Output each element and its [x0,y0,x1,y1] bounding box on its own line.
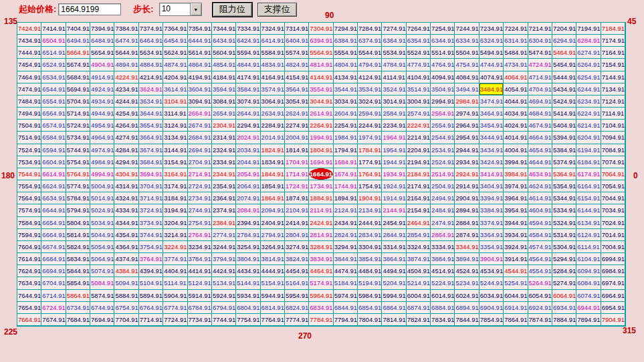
grid-cell[interactable]: 7484.91 [17,96,41,108]
grid-cell[interactable]: 7044.91 [601,192,625,204]
grid-cell[interactable]: 5604.91 [212,47,236,59]
grid-cell[interactable]: 4044.91 [504,96,528,108]
grid-cell[interactable]: 2434.91 [334,217,358,229]
grid-cell[interactable]: 5474.91 [528,47,552,59]
grid-cell[interactable]: 1884.91 [309,192,333,204]
grid-cell[interactable]: 5094.91 [114,277,138,289]
grid-cell[interactable]: 7554.91 [17,180,41,192]
grid-cell[interactable]: 2474.91 [431,217,455,229]
grid-cell[interactable]: 7274.91 [382,23,406,35]
grid-cell[interactable]: 3064.91 [261,96,285,108]
grid-cell[interactable]: 2444.91 [358,217,382,229]
grid-cell[interactable]: 4894.91 [114,59,138,71]
grid-cell[interactable]: 6374.91 [358,35,382,47]
grid-cell[interactable]: 7624.91 [17,265,41,277]
grid-cell[interactable]: 4064.91 [504,71,528,83]
grid-cell[interactable]: 2664.91 [188,108,212,120]
grid-cell[interactable]: 6444.91 [188,35,212,47]
grid-cell[interactable]: 3524.91 [382,83,406,96]
grid-cell[interactable]: 5784.91 [66,192,90,204]
grid-cell[interactable]: 2674.91 [188,120,212,132]
grid-cell[interactable]: 5534.91 [382,47,406,59]
grid-cell[interactable]: 5294.91 [552,253,576,265]
grid-cell[interactable]: 6754.91 [114,302,138,314]
grid-cell[interactable]: 1874.91 [285,192,309,204]
grid-cell[interactable]: 1754.91 [358,180,382,192]
grid-cell[interactable]: 4284.91 [114,144,138,156]
grid-cell[interactable]: 7694.91 [90,314,114,326]
grid-cell[interactable]: 3414.91 [479,168,504,180]
grid-cell[interactable]: 4984.91 [90,156,114,168]
grid-cell[interactable]: 1704.91 [285,156,309,168]
grid-cell[interactable]: 7054.91 [601,180,625,192]
grid-cell[interactable]: 4464.91 [309,265,333,277]
grid-cell[interactable]: 1894.91 [334,192,358,204]
grid-cell[interactable]: 7074.91 [601,156,625,168]
grid-cell[interactable]: 2334.91 [212,156,236,168]
grid-cell[interactable]: 4524.91 [455,265,479,277]
grid-cell[interactable]: 6674.91 [41,241,66,253]
grid-cell[interactable]: 6154.91 [576,192,601,204]
grid-cell[interactable]: 1824.91 [261,144,285,156]
grid-cell[interactable]: 6534.91 [41,71,66,83]
grid-cell[interactable]: 2384.91 [212,217,236,229]
grid-cell[interactable]: 5044.91 [90,229,114,241]
grid-cell[interactable]: 2364.91 [212,192,236,204]
grid-cell[interactable]: 5274.91 [552,277,576,289]
grid-cell[interactable]: 7834.91 [431,314,455,326]
grid-cell[interactable]: 2834.91 [358,229,382,241]
grid-cell[interactable]: 2324.91 [212,144,236,156]
grid-cell[interactable]: 6124.91 [576,229,601,241]
grid-cell[interactable]: 4144.91 [309,71,333,83]
grid-cell[interactable]: 5844.91 [66,265,90,277]
grid-cell[interactable]: 4244.91 [114,96,138,108]
grid-cell[interactable]: 6604.91 [41,156,66,168]
grid-cell[interactable]: 5484.91 [504,47,528,59]
grid-cell[interactable]: 4354.91 [114,229,138,241]
grid-cell[interactable]: 2304.91 [212,120,236,132]
grid-cell[interactable]: 2124.91 [334,204,358,216]
grid-cell[interactable]: 4274.91 [114,132,138,144]
grid-cell[interactable]: 4584.91 [528,229,552,241]
grid-cell[interactable]: 4974.91 [90,144,114,156]
grid-cell[interactable]: 6624.91 [41,180,66,192]
grid-cell[interactable]: 2144.91 [382,204,406,216]
grid-cell[interactable]: 2354.91 [212,180,236,192]
grid-cell[interactable]: 6844.91 [334,302,358,314]
grid-cell[interactable]: 5464.91 [552,47,576,59]
grid-cell[interactable]: 3474.91 [479,96,504,108]
grid-cell[interactable]: 2854.91 [407,229,431,241]
grid-cell[interactable]: 6964.91 [601,290,625,302]
grid-cell[interactable]: 6994.91 [601,253,625,265]
grid-cell[interactable]: 7184.91 [601,23,625,35]
grid-cell[interactable]: 2034.91 [236,144,260,156]
grid-cell[interactable]: 4824.91 [285,59,309,71]
grid-cell[interactable]: 5874.91 [90,290,114,302]
grid-cell[interactable]: 7494.91 [17,108,41,120]
grid-cell[interactable]: 2454.91 [382,217,406,229]
grid-cell[interactable]: 6184.91 [576,156,601,168]
grid-cell[interactable]: 3334.91 [431,241,455,253]
grid-cell[interactable]: 5134.91 [212,277,236,289]
grid-cell[interactable]: 2164.91 [407,192,431,204]
grid-cell[interactable]: 3594.91 [212,83,236,96]
grid-cell[interactable]: 7734.91 [188,314,212,326]
grid-cell[interactable]: 6354.91 [407,35,431,47]
grid-cell[interactable]: 4414.91 [188,265,212,277]
grid-cell[interactable]: 5434.91 [552,83,576,96]
grid-cell[interactable]: 2724.91 [188,180,212,192]
grid-cell[interactable]: 7094.91 [601,132,625,144]
grid-cell[interactable]: 3784.91 [188,253,212,265]
grid-cell[interactable]: 1904.91 [358,192,382,204]
grid-cell[interactable]: 2244.91 [358,120,382,132]
grid-cell[interactable]: 4654.91 [528,144,552,156]
grid-cell[interactable]: 7564.91 [17,192,41,204]
grid-cell[interactable]: 2884.91 [455,217,479,229]
grid-cell[interactable]: 2264.91 [309,120,333,132]
grid-cell[interactable]: 6954.91 [601,302,625,314]
grid-cell[interactable]: 2004.91 [285,132,309,144]
grid-cell[interactable]: 4444.91 [261,265,285,277]
grid-cell[interactable]: 3604.91 [188,83,212,96]
grid-cell[interactable]: 4394.91 [139,265,163,277]
grid-cell[interactable]: 2274.91 [285,120,309,132]
